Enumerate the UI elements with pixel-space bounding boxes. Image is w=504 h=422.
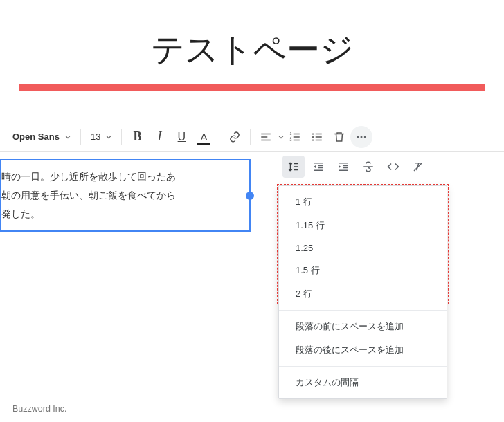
spacing-option-1-15[interactable]: 1.15 行 — [279, 214, 447, 237]
link-icon — [228, 131, 241, 143]
add-space-before-paragraph[interactable]: 段落の前にスペースを追加 — [279, 315, 447, 338]
align-button[interactable] — [255, 126, 277, 148]
svg-point-14 — [312, 139, 314, 140]
selection-handle[interactable] — [246, 192, 254, 200]
svg-point-15 — [357, 136, 359, 138]
bullet-list-button[interactable] — [306, 126, 328, 148]
caret-down-icon — [278, 134, 284, 140]
code-button[interactable] — [382, 156, 404, 178]
page-title: テストページ — [0, 0, 504, 84]
footer-credit: Buzzword Inc. — [12, 404, 67, 414]
spacing-option-2[interactable]: 2 行 — [279, 282, 447, 306]
spacing-option-1-5[interactable]: 1.5 行 — [279, 259, 447, 282]
clear-format-icon — [412, 160, 424, 173]
text-color-button[interactable]: A — [192, 126, 215, 148]
svg-point-12 — [312, 133, 314, 134]
increase-indent-button[interactable] — [332, 156, 354, 178]
strikethrough-button[interactable] — [357, 156, 379, 178]
bold-button[interactable]: B — [126, 126, 148, 148]
line-spacing-menu: 1 行 1.15 行 1.25 1.5 行 2 行 段落の前にスペースを追加 段… — [278, 185, 447, 399]
trash-icon — [333, 131, 345, 143]
main-toolbar: Open Sans 13 B I U A 123 — [0, 122, 504, 152]
caret-down-icon — [106, 134, 111, 140]
italic-button[interactable]: I — [148, 126, 170, 148]
decrease-indent-icon — [312, 160, 325, 173]
add-space-after-paragraph[interactable]: 段落の後にスペースを追加 — [279, 338, 447, 362]
numbered-list-button[interactable]: 123 — [284, 126, 306, 148]
strikethrough-icon — [362, 160, 375, 173]
title-underline — [19, 84, 485, 91]
svg-point-16 — [361, 136, 363, 138]
editor-text-line: 朝の用意を手伝い、朝ご飯を食べてから — [1, 186, 241, 205]
spacing-option-1-25[interactable]: 1.25 — [279, 237, 447, 259]
line-spacing-icon — [287, 160, 300, 173]
decrease-indent-button[interactable] — [307, 156, 330, 178]
svg-text:3: 3 — [290, 138, 292, 142]
spacing-option-1[interactable]: 1 行 — [279, 190, 447, 214]
custom-spacing[interactable]: カスタムの間隔 — [279, 371, 447, 394]
editor-text-line: 発した。 — [1, 205, 241, 223]
caret-down-icon — [65, 134, 71, 140]
numbered-list-icon: 123 — [289, 131, 301, 143]
more-button[interactable] — [350, 126, 372, 148]
bullet-list-icon — [311, 131, 323, 143]
increase-indent-icon — [337, 160, 350, 173]
font-family-label: Open Sans — [12, 131, 60, 142]
delete-button[interactable] — [328, 126, 350, 148]
svg-point-13 — [312, 136, 314, 137]
font-size-label: 13 — [91, 131, 100, 142]
clear-formatting-button[interactable] — [407, 156, 429, 178]
font-size-select[interactable]: 13 — [85, 127, 117, 146]
svg-point-17 — [364, 136, 366, 138]
more-horizontal-icon — [355, 131, 368, 143]
font-family-select[interactable]: Open Sans — [7, 127, 76, 146]
underline-button[interactable]: U — [170, 126, 192, 148]
align-left-icon — [260, 131, 272, 143]
editor-selected-block[interactable]: 晴の一日。少し近所を散歩して回ったあ 朝の用意を手伝い、朝ご飯を食べてから 発し… — [0, 159, 251, 232]
line-spacing-button[interactable] — [282, 156, 305, 178]
code-icon — [387, 160, 399, 173]
link-button[interactable] — [224, 126, 246, 148]
editor-text-line: 晴の一日。少し近所を散歩して回ったあ — [1, 167, 241, 186]
